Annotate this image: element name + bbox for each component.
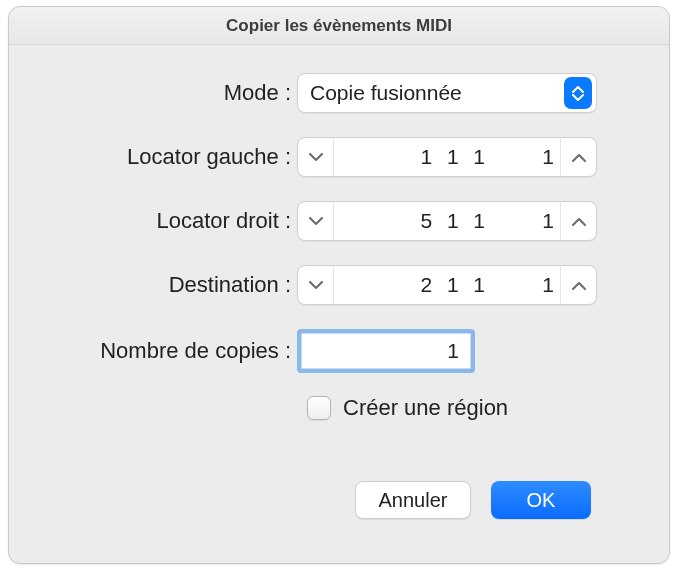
right-locator-value[interactable]: 5 1 1 1 (334, 209, 560, 233)
label-destination: Destination : (49, 272, 297, 298)
dialog-content: Mode : Copie fusionnée Locator gauche : (9, 45, 669, 563)
label-left-locator: Locator gauche : (49, 144, 297, 170)
chevron-up-icon[interactable] (560, 266, 596, 304)
create-region-checkbox[interactable] (307, 396, 331, 420)
row-mode: Mode : Copie fusionnée (49, 73, 629, 113)
right-locator-stepper[interactable]: 5 1 1 1 (297, 201, 597, 241)
left-locator-stepper[interactable]: 1 1 1 1 (297, 137, 597, 177)
label-copies: Nombre de copies : (49, 338, 297, 364)
chevron-up-icon[interactable] (560, 138, 596, 176)
label-mode: Mode : (49, 80, 297, 106)
label-right-locator: Locator droit : (49, 208, 297, 234)
destination-value[interactable]: 2 1 1 1 (334, 273, 560, 297)
row-destination: Destination : 2 1 1 1 (49, 265, 629, 305)
mode-popup[interactable]: Copie fusionnée (297, 73, 597, 113)
dialog-footer: Annuler OK (49, 481, 629, 549)
window-title: Copier les évènements MIDI (9, 7, 669, 45)
chevron-up-down-icon (564, 77, 592, 109)
create-region-label: Créer une région (343, 395, 508, 421)
row-copies: Nombre de copies : (49, 329, 629, 373)
chevron-up-icon[interactable] (560, 202, 596, 240)
row-right-locator: Locator droit : 5 1 1 1 (49, 201, 629, 241)
left-locator-value[interactable]: 1 1 1 1 (334, 145, 560, 169)
chevron-down-icon[interactable] (298, 202, 334, 240)
copies-input[interactable] (297, 329, 475, 373)
row-create-region: Créer une région (307, 395, 629, 421)
chevron-down-icon[interactable] (298, 266, 334, 304)
mode-selected-value: Copie fusionnée (310, 81, 462, 105)
ok-button[interactable]: OK (491, 481, 591, 519)
row-left-locator: Locator gauche : 1 1 1 1 (49, 137, 629, 177)
cancel-button[interactable]: Annuler (355, 481, 471, 519)
destination-stepper[interactable]: 2 1 1 1 (297, 265, 597, 305)
dialog-window: Copier les évènements MIDI Mode : Copie … (8, 6, 670, 564)
chevron-down-icon[interactable] (298, 138, 334, 176)
